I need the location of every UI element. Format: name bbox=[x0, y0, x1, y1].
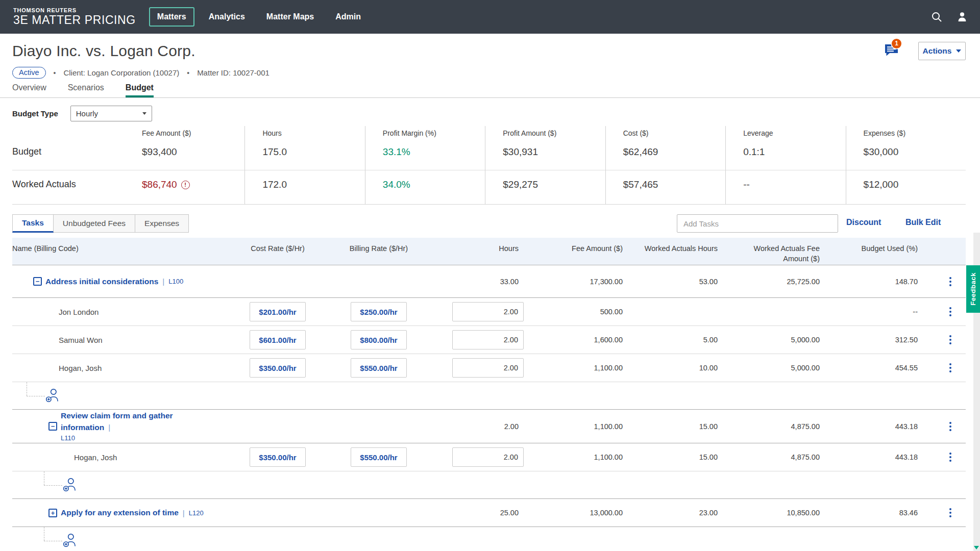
task-wa-hours: 15.00 bbox=[623, 422, 718, 431]
row-menu-button[interactable] bbox=[947, 506, 953, 519]
nav-item-admin[interactable]: Admin bbox=[328, 8, 368, 26]
budget-type-value: Hourly bbox=[76, 109, 98, 118]
discount-link[interactable]: Discount bbox=[846, 218, 881, 227]
hours-input[interactable] bbox=[452, 330, 524, 349]
nav-item-analytics[interactable]: Analytics bbox=[202, 8, 252, 26]
billing-rate-button[interactable]: $550.00/hr bbox=[351, 358, 407, 378]
search-icon[interactable] bbox=[931, 11, 942, 22]
status-badge: Active bbox=[12, 67, 46, 79]
nav-item-matters[interactable]: Matters bbox=[149, 7, 194, 27]
summary-col-leverage: Leverage bbox=[725, 126, 845, 144]
worked-actuals-hours: 172.0 bbox=[244, 170, 364, 204]
worked-actuals-fee-amount: $86,740 bbox=[142, 179, 177, 190]
task-budget-used: 83.46 bbox=[820, 509, 918, 517]
person-fee-amount: 1,600.00 bbox=[524, 336, 623, 344]
tab-tasks[interactable]: Tasks bbox=[12, 214, 54, 233]
budget-profit-amount: $30,931 bbox=[485, 144, 605, 170]
nav-items: Matters Analytics Matter Maps Admin bbox=[142, 7, 368, 27]
comments-button[interactable]: 1 bbox=[884, 43, 899, 59]
person-name: Jon London bbox=[12, 308, 227, 316]
col-worked-actuals-fee: Worked Actuals Fee Amount ($) bbox=[718, 238, 820, 264]
row-menu-button[interactable] bbox=[947, 305, 953, 318]
person-wa-hours: 15.00 bbox=[623, 453, 718, 461]
user-profile-icon[interactable] bbox=[957, 11, 968, 22]
task-fee-amount: 17,300.00 bbox=[524, 278, 623, 286]
task-budget-used: 148.70 bbox=[820, 278, 918, 286]
matter-id-label: Matter ID: 10027-001 bbox=[197, 68, 270, 77]
hours-input[interactable] bbox=[452, 358, 524, 378]
row-menu-button[interactable] bbox=[947, 420, 953, 433]
add-person-icon bbox=[46, 388, 59, 402]
tree-connector bbox=[44, 527, 44, 541]
top-nav: THOMSON REUTERS 3E MATTER PRICING Matter… bbox=[0, 0, 980, 34]
task-name-link[interactable]: Address initial considerations bbox=[45, 277, 158, 286]
actions-button[interactable]: Actions bbox=[918, 42, 966, 60]
page-title: Diayo Inc. vs. Logan Corp. bbox=[12, 42, 195, 60]
cost-rate-button[interactable]: $601.00/hr bbox=[250, 330, 306, 349]
hours-input[interactable] bbox=[452, 447, 524, 467]
tasks-table: Name (Billing Code) Cost Rate ($/Hr) Bil… bbox=[12, 238, 966, 550]
worked-actuals-expenses: $12,000 bbox=[846, 170, 966, 204]
billing-code: L110 bbox=[61, 434, 227, 443]
budget-summary: Fee Amount ($) Hours Profit Margin (%) P… bbox=[12, 126, 966, 205]
row-menu-button[interactable] bbox=[947, 275, 953, 288]
brand-line1: THOMSON REUTERS bbox=[13, 7, 136, 13]
tab-unbudgeted-fees[interactable]: Unbudgeted Fees bbox=[54, 214, 135, 233]
collapse-task-button[interactable]: − bbox=[33, 277, 42, 286]
separator: | bbox=[162, 277, 164, 286]
budget-type-select[interactable]: Hourly bbox=[70, 106, 152, 121]
chevron-down-icon bbox=[956, 49, 961, 53]
budget-type-label: Budget Type bbox=[12, 109, 58, 118]
tab-expenses[interactable]: Expenses bbox=[135, 214, 189, 233]
row-menu-button[interactable] bbox=[947, 361, 953, 374]
nav-item-matter-maps[interactable]: Matter Maps bbox=[259, 8, 321, 26]
brand-logo[interactable]: THOMSON REUTERS 3E MATTER PRICING bbox=[13, 7, 136, 27]
warning-icon[interactable]: ! bbox=[181, 181, 190, 189]
cost-rate-button[interactable]: $201.00/hr bbox=[250, 302, 306, 321]
hours-input[interactable] bbox=[452, 302, 524, 321]
row-menu-button[interactable] bbox=[947, 333, 953, 346]
summary-col-hours: Hours bbox=[244, 126, 364, 144]
feedback-tab[interactable]: Feedback bbox=[966, 265, 980, 313]
tab-scenarios[interactable]: Scenarios bbox=[68, 82, 104, 97]
actions-button-label: Actions bbox=[923, 46, 952, 56]
budget-cost: $62,469 bbox=[605, 144, 725, 170]
col-budget-used: Budget Used (%) bbox=[820, 238, 918, 254]
task-budget-used: 443.18 bbox=[820, 422, 918, 431]
tab-budget[interactable]: Budget bbox=[126, 82, 154, 97]
scroll-down-arrow-icon[interactable] bbox=[974, 546, 979, 549]
tab-overview[interactable]: Overview bbox=[12, 82, 46, 97]
separator-dot: • bbox=[187, 69, 189, 77]
expand-task-button[interactable]: + bbox=[48, 509, 57, 517]
summary-col-profit-margin: Profit Margin (%) bbox=[365, 126, 485, 144]
add-person-button[interactable] bbox=[63, 478, 76, 493]
task-name-link[interactable]: Apply for any extension of time bbox=[61, 508, 179, 517]
add-person-button[interactable] bbox=[63, 533, 76, 548]
add-person-button[interactable] bbox=[46, 388, 59, 404]
billing-rate-button[interactable]: $800.00/hr bbox=[351, 330, 407, 349]
tree-connector bbox=[44, 485, 62, 486]
cost-rate-button[interactable]: $350.00/hr bbox=[250, 447, 306, 467]
summary-col-fee: Fee Amount ($) bbox=[125, 126, 244, 144]
table-row-add-person bbox=[12, 527, 966, 550]
row-menu-button[interactable] bbox=[947, 450, 953, 464]
collapse-task-button[interactable]: − bbox=[48, 422, 57, 431]
person-budget-used: 454.55 bbox=[820, 364, 918, 372]
col-cost-rate: Cost Rate ($/Hr) bbox=[227, 238, 329, 254]
tree-connector bbox=[27, 396, 45, 396]
worked-actuals-leverage: -- bbox=[725, 170, 845, 204]
add-tasks-input[interactable] bbox=[677, 214, 838, 233]
billing-rate-button[interactable]: $550.00/hr bbox=[351, 447, 407, 467]
billing-rate-button[interactable]: $250.00/hr bbox=[351, 302, 407, 321]
table-row-person: Hogan, Josh $350.00/hr $550.00/hr 1,100.… bbox=[12, 354, 966, 382]
page-tabs: Overview Scenarios Budget bbox=[0, 82, 980, 98]
person-name: Hogan, Josh bbox=[12, 364, 227, 372]
task-name-link[interactable]: Review claim form and gather information bbox=[61, 411, 173, 432]
col-worked-actuals-hours: Worked Actuals Hours bbox=[623, 238, 718, 254]
budget-fee-amount: $93,400 bbox=[125, 144, 244, 170]
summary-col-cost: Cost ($) bbox=[605, 126, 725, 144]
task-hours: 2.00 bbox=[429, 422, 524, 431]
tree-connector bbox=[27, 382, 27, 396]
bulk-edit-link[interactable]: Bulk Edit bbox=[905, 218, 941, 227]
cost-rate-button[interactable]: $350.00/hr bbox=[250, 358, 306, 378]
